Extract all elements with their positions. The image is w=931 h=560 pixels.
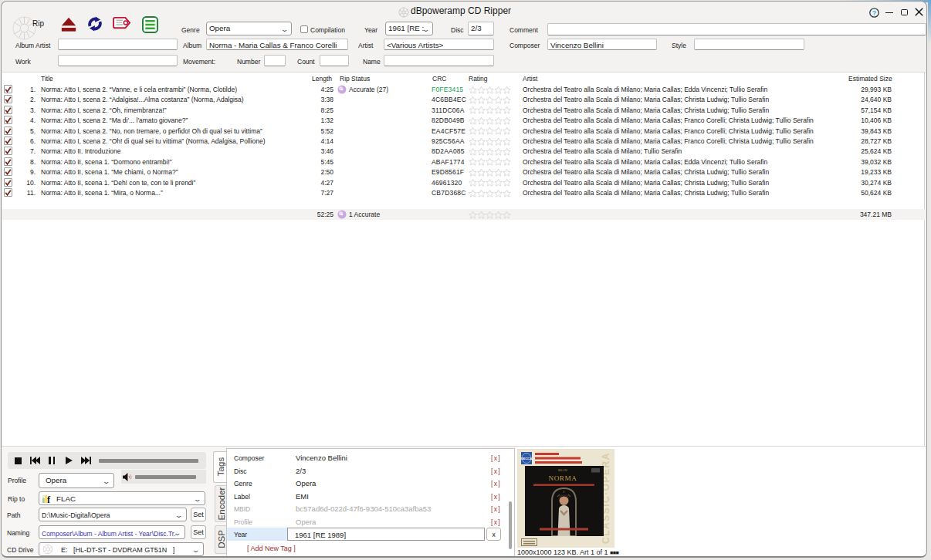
- svg-text:DECCA: DECCA: [521, 457, 532, 460]
- svg-text:BELLINI: BELLINI: [558, 469, 567, 472]
- svg-text:?: ?: [872, 8, 877, 16]
- svg-text:f: f: [47, 494, 51, 504]
- svg-text:NORMA: NORMA: [548, 474, 577, 482]
